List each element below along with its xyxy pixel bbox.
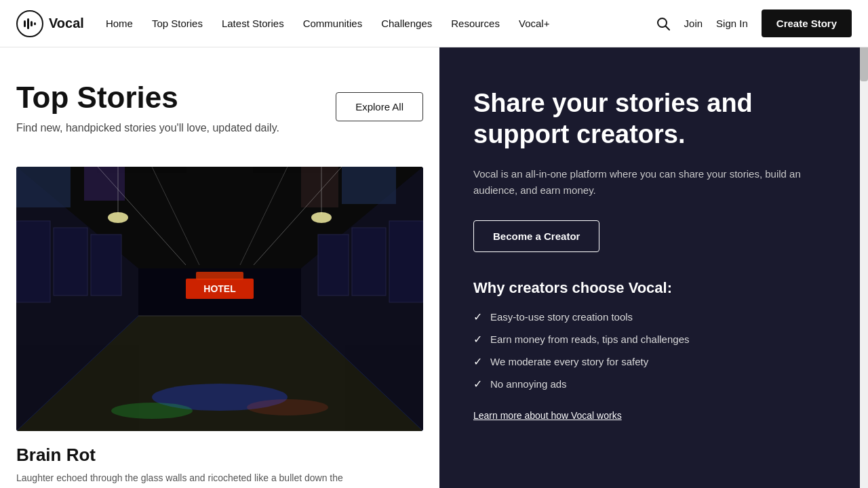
search-icon[interactable] [656, 16, 671, 31]
nav-item-latest-stories[interactable]: Latest Stories [222, 18, 284, 29]
feature-label: Easy-to-use story creation tools [490, 311, 633, 323]
story-image[interactable]: HOTEL [16, 167, 423, 431]
nav-item-home[interactable]: Home [106, 18, 133, 29]
svg-point-27 [108, 212, 128, 223]
right-panel: Share your stories and support creators.… [439, 47, 868, 488]
main-content: Top Stories Find new, handpicked stories… [0, 47, 868, 488]
svg-rect-21 [318, 235, 349, 296]
svg-point-29 [311, 212, 332, 223]
svg-rect-2 [31, 21, 33, 26]
svg-rect-1 [27, 18, 29, 29]
become-creator-button[interactable]: Become a Creator [473, 220, 599, 252]
nav-item-challenges[interactable]: Challenges [381, 18, 432, 29]
list-item: ✓ No annoying ads [473, 378, 834, 390]
svg-point-32 [247, 399, 328, 415]
top-stories-text-group: Top Stories Find new, handpicked stories… [16, 81, 279, 153]
explore-all-button[interactable]: Explore All [336, 92, 423, 121]
nav-right: Join Sign In Create Story [656, 9, 852, 37]
list-item: ✓ Easy-to-use story creation tools [473, 310, 834, 323]
join-link[interactable]: Join [684, 18, 703, 29]
why-creators-title: Why creators choose Vocal: [473, 279, 834, 297]
feature-label: We moderate every story for safety [490, 356, 648, 367]
feature-list: ✓ Easy-to-use story creation tools ✓ Ear… [473, 310, 834, 390]
svg-rect-13 [84, 167, 125, 201]
story-excerpt: Laughter echoed through the glass walls … [16, 471, 423, 485]
checkmark-icon: ✓ [473, 378, 482, 390]
svg-rect-18 [91, 235, 121, 296]
learn-more-link[interactable]: Learn more about how Vocal works [473, 410, 622, 421]
logo[interactable]: Vocal [16, 10, 84, 37]
logo-text: Vocal [49, 16, 84, 31]
svg-rect-20 [352, 228, 386, 296]
svg-rect-17 [54, 228, 87, 296]
svg-rect-35 [196, 272, 243, 280]
create-story-button[interactable]: Create Story [762, 9, 852, 37]
feature-label: No annoying ads [490, 378, 567, 390]
checkmark-icon: ✓ [473, 355, 482, 368]
checkmark-icon: ✓ [473, 310, 482, 323]
svg-rect-0 [24, 20, 26, 27]
svg-rect-12 [16, 167, 71, 207]
svg-rect-19 [389, 221, 423, 302]
promo-title: Share your stories and support creators. [473, 88, 834, 150]
list-item: ✓ Earn money from reads, tips and challe… [473, 333, 834, 346]
checkmark-icon: ✓ [473, 333, 482, 346]
svg-text:HOTEL: HOTEL [203, 283, 236, 294]
svg-rect-16 [16, 221, 50, 302]
nav-links: Home Top Stories Latest Stories Communit… [106, 18, 656, 29]
nav-item-top-stories[interactable]: Top Stories [152, 18, 203, 29]
navbar: Vocal Home Top Stories Latest Stories Co… [0, 0, 868, 47]
signin-link[interactable]: Sign In [716, 18, 748, 29]
logo-icon [16, 10, 43, 37]
feature-label: Earn money from reads, tips and challeng… [490, 333, 690, 345]
svg-rect-15 [301, 167, 338, 207]
promo-subtitle: Vocal is an all-in-one platform where yo… [473, 166, 834, 199]
top-stories-subtitle: Find new, handpicked stories you'll love… [16, 122, 279, 134]
svg-rect-14 [342, 167, 396, 204]
nav-item-vocal-plus[interactable]: Vocal+ [519, 18, 549, 29]
story-header-row: Top Stories Find new, handpicked stories… [16, 81, 423, 153]
top-stories-title: Top Stories [16, 81, 279, 114]
nav-item-communities[interactable]: Communities [303, 18, 363, 29]
svg-point-31 [111, 403, 193, 419]
scrollbar[interactable] [860, 0, 868, 488]
svg-rect-3 [34, 22, 36, 25]
list-item: ✓ We moderate every story for safety [473, 355, 834, 368]
nav-item-resources[interactable]: Resources [451, 18, 500, 29]
story-title[interactable]: Brain Rot [16, 445, 423, 466]
left-panel: Top Stories Find new, handpicked stories… [0, 47, 439, 488]
svg-line-5 [665, 26, 669, 30]
